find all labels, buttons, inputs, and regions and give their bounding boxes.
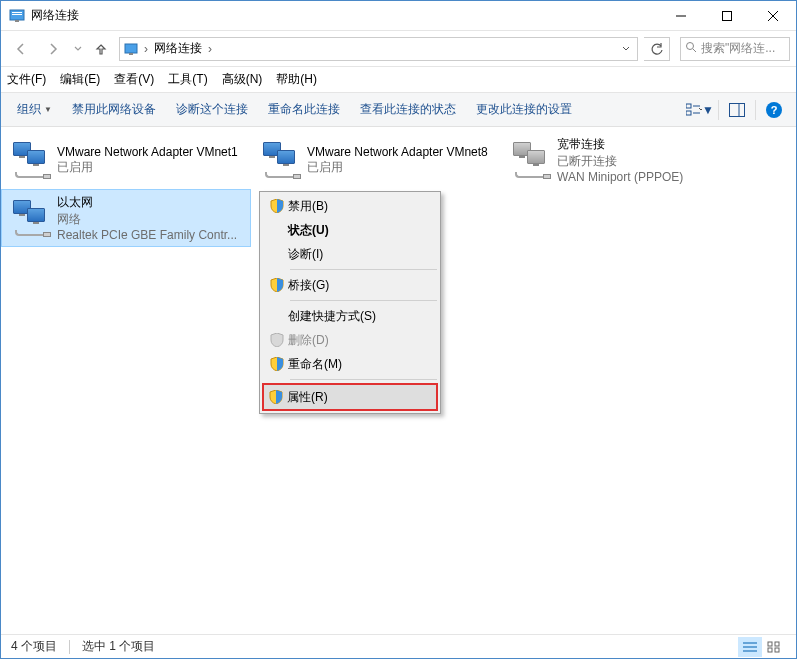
connection-name: 宽带连接 (557, 136, 745, 153)
ctx-diagnose[interactable]: 诊断(I) (262, 242, 438, 266)
status-count: 4 个项目 (11, 638, 69, 655)
menu-view[interactable]: 查看(V) (114, 71, 154, 88)
svg-rect-24 (775, 648, 779, 652)
ctx-disable[interactable]: 禁用(B) (262, 194, 438, 218)
help-icon: ? (766, 102, 782, 118)
status-selected: 选中 1 个项目 (82, 638, 167, 655)
network-adapter-icon (7, 193, 57, 243)
connection-status: 已启用 (307, 159, 495, 176)
svg-rect-1 (12, 12, 22, 13)
network-adapter-icon (7, 135, 57, 185)
connection-status: 已启用 (57, 159, 245, 176)
menu-help[interactable]: 帮助(H) (276, 71, 317, 88)
svg-rect-22 (775, 642, 779, 646)
connection-item-vmnet1[interactable]: VMware Network Adapter VMnet1 已启用 (1, 131, 251, 189)
svg-rect-21 (768, 642, 772, 646)
status-separator (69, 640, 70, 654)
connection-name: 以太网 (57, 194, 245, 211)
minimize-button[interactable] (658, 1, 704, 30)
ctx-properties[interactable]: 属性(R) (262, 383, 438, 411)
connection-name: VMware Network Adapter VMnet1 (57, 145, 245, 159)
svg-rect-8 (125, 44, 137, 53)
app-icon (9, 8, 25, 24)
menubar: 文件(F) 编辑(E) 查看(V) 工具(T) 高级(N) 帮助(H) (1, 67, 796, 93)
menu-separator (290, 269, 437, 270)
menu-separator (290, 300, 437, 301)
menu-separator (290, 379, 437, 380)
svg-rect-9 (129, 53, 133, 55)
chevron-down-icon: ▼ (702, 103, 714, 117)
location-icon (122, 42, 140, 56)
connection-status: 已断开连接 (557, 153, 745, 170)
connection-detail: WAN Miniport (PPPOE) (557, 170, 745, 184)
breadcrumb-item[interactable]: 网络连接 (152, 40, 204, 57)
ctx-delete: 删除(D) (262, 328, 438, 352)
toolbar: 组织▼ 禁用此网络设备 诊断这个连接 重命名此连接 查看此连接的状态 更改此连接… (1, 93, 796, 127)
menu-edit[interactable]: 编辑(E) (60, 71, 100, 88)
menu-tools[interactable]: 工具(T) (168, 71, 207, 88)
search-input[interactable]: 搜索"网络连... (680, 37, 790, 61)
network-adapter-icon (257, 135, 307, 185)
window-controls (658, 1, 796, 30)
statusbar: 4 个项目 选中 1 个项目 (1, 634, 796, 658)
change-settings-button[interactable]: 更改此连接的设置 (466, 97, 582, 122)
svg-rect-5 (723, 11, 732, 20)
ctx-rename[interactable]: 重命名(M) (262, 352, 438, 376)
view-status-button[interactable]: 查看此连接的状态 (350, 97, 466, 122)
connection-detail: Realtek PCIe GBE Family Contr... (57, 228, 245, 242)
chevron-right-icon: › (140, 42, 152, 56)
shield-icon (266, 333, 288, 347)
large-icons-view-button[interactable] (762, 637, 786, 657)
window-title: 网络连接 (31, 7, 658, 24)
shield-icon (266, 357, 288, 371)
address-dropdown[interactable] (617, 42, 635, 56)
svg-rect-16 (730, 103, 745, 116)
svg-point-10 (687, 43, 694, 50)
navbar: › 网络连接 › 搜索"网络连... (1, 31, 796, 67)
network-adapter-icon (507, 135, 557, 185)
search-icon (685, 41, 697, 56)
connection-name: VMware Network Adapter VMnet8 (307, 145, 495, 159)
shield-icon (265, 390, 287, 404)
context-menu: 禁用(B) 状态(U) 诊断(I) 桥接(G) 创建快捷方式(S) 删除(D) … (259, 191, 441, 414)
ctx-status[interactable]: 状态(U) (262, 218, 438, 242)
close-button[interactable] (750, 1, 796, 30)
disable-device-button[interactable]: 禁用此网络设备 (62, 97, 166, 122)
connection-item-vmnet8[interactable]: VMware Network Adapter VMnet8 已启用 (251, 131, 501, 189)
svg-rect-2 (12, 14, 22, 15)
toolbar-separator (755, 100, 756, 120)
up-button[interactable] (89, 37, 113, 61)
view-options-button[interactable]: ▼ (686, 98, 714, 122)
search-placeholder: 搜索"网络连... (701, 40, 775, 57)
refresh-button[interactable] (644, 37, 670, 61)
menu-file[interactable]: 文件(F) (7, 71, 46, 88)
details-view-button[interactable] (738, 637, 762, 657)
svg-line-11 (693, 49, 696, 52)
address-bar[interactable]: › 网络连接 › (119, 37, 638, 61)
recent-dropdown[interactable] (71, 35, 85, 63)
connection-item-ethernet[interactable]: 以太网 网络 Realtek PCIe GBE Family Contr... (1, 189, 251, 247)
ctx-shortcut[interactable]: 创建快捷方式(S) (262, 304, 438, 328)
svg-rect-23 (768, 648, 772, 652)
titlebar: 网络连接 (1, 1, 796, 31)
shield-icon (266, 278, 288, 292)
preview-pane-button[interactable] (723, 98, 751, 122)
maximize-button[interactable] (704, 1, 750, 30)
connection-item-broadband[interactable]: 宽带连接 已断开连接 WAN Miniport (PPPOE) (501, 131, 751, 189)
connection-status: 网络 (57, 211, 245, 228)
menu-advanced[interactable]: 高级(N) (222, 71, 263, 88)
svg-rect-3 (15, 20, 19, 22)
svg-rect-13 (686, 111, 691, 115)
help-button[interactable]: ? (760, 98, 788, 122)
shield-icon (266, 199, 288, 213)
ctx-bridge[interactable]: 桥接(G) (262, 273, 438, 297)
rename-button[interactable]: 重命名此连接 (258, 97, 350, 122)
svg-rect-12 (686, 104, 691, 108)
forward-button[interactable] (39, 35, 67, 63)
diagnose-button[interactable]: 诊断这个连接 (166, 97, 258, 122)
chevron-right-icon: › (204, 42, 216, 56)
toolbar-separator (718, 100, 719, 120)
back-button[interactable] (7, 35, 35, 63)
organize-button[interactable]: 组织▼ (7, 97, 62, 122)
chevron-down-icon: ▼ (44, 105, 52, 114)
